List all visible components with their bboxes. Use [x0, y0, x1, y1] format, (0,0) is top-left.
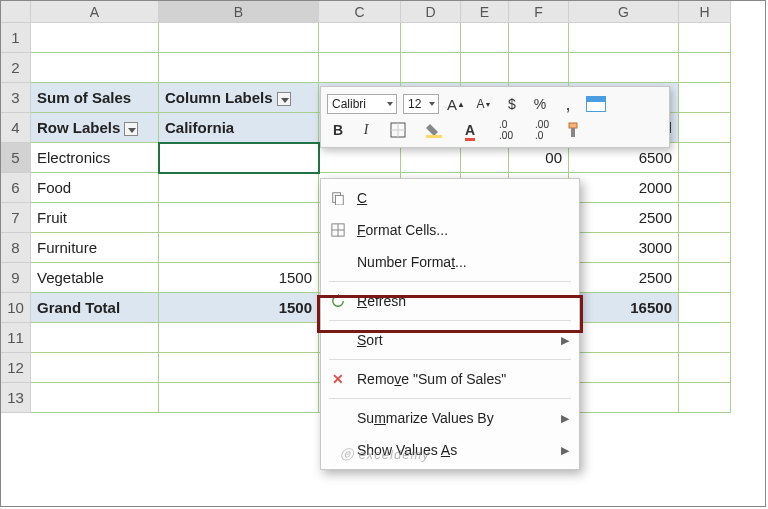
col-header-a[interactable]: A — [31, 1, 159, 23]
ctx-copy[interactable]: C — [321, 182, 579, 214]
context-menu: C Format Cells... Number Format... Refre… — [320, 178, 580, 470]
remove-icon: ✕ — [329, 371, 347, 387]
row-header-1[interactable]: 1 — [1, 23, 31, 53]
pivot-row-fruit[interactable]: Fruit — [31, 203, 159, 233]
ctx-format-cells-label: Format Cells... — [357, 222, 569, 238]
mini-toolbar: Calibri 12 A▲ A▼ $ % , B I A .0.00 .00.0 — [320, 86, 670, 148]
svg-rect-7 — [335, 195, 343, 205]
pivot-col-california[interactable]: California — [159, 113, 319, 143]
col-header-h[interactable]: H — [679, 1, 731, 23]
format-painter-icon[interactable] — [563, 119, 585, 141]
ctx-sort-label: Sort — [357, 332, 551, 348]
ctx-separator — [329, 359, 571, 360]
svg-rect-4 — [569, 123, 577, 128]
ctx-number-format-label: Number Format... — [357, 254, 569, 270]
cell-g10[interactable]: 16500 — [569, 293, 679, 323]
row-header-8[interactable]: 8 — [1, 233, 31, 263]
pivot-row-vegetable[interactable]: Vegetable — [31, 263, 159, 293]
row-header-2[interactable]: 2 — [1, 53, 31, 83]
accounting-format-icon[interactable]: $ — [501, 93, 523, 115]
ctx-summarize[interactable]: Summarize Values By ▶ — [321, 402, 579, 434]
row-header-5[interactable]: 5 — [1, 143, 31, 173]
svg-rect-5 — [571, 128, 575, 137]
pivot-column-labels[interactable]: Column Labels — [159, 83, 319, 113]
col-header-f[interactable]: F — [509, 1, 569, 23]
decrease-decimal-icon[interactable]: .00.0 — [527, 119, 557, 141]
svg-rect-3 — [426, 135, 442, 138]
bold-icon[interactable]: B — [327, 119, 349, 141]
pivot-grand-total-row[interactable]: Grand Total — [31, 293, 159, 323]
ctx-number-format[interactable]: Number Format... — [321, 246, 579, 278]
ctx-format-cells[interactable]: Format Cells... — [321, 214, 579, 246]
row-header-12[interactable]: 12 — [1, 353, 31, 383]
ctx-separator — [329, 320, 571, 321]
watermark: ⓔ exceldemy — [340, 446, 430, 464]
col-header-d[interactable]: D — [401, 1, 461, 23]
format-as-table-icon[interactable] — [585, 93, 607, 115]
chevron-right-icon: ▶ — [561, 444, 569, 457]
cell-g8[interactable]: 3000 — [569, 233, 679, 263]
row-header-10[interactable]: 10 — [1, 293, 31, 323]
font-name-select[interactable]: Calibri — [327, 94, 397, 114]
row-header-13[interactable]: 13 — [1, 383, 31, 413]
ctx-remove-label: Remove "Sum of Sales" — [357, 371, 569, 387]
chevron-right-icon: ▶ — [561, 334, 569, 347]
ctx-refresh-label: Refresh — [357, 293, 569, 309]
ctx-separator — [329, 281, 571, 282]
column-labels-dropdown-icon[interactable] — [277, 92, 291, 106]
decrease-font-icon[interactable]: A▼ — [473, 93, 495, 115]
col-header-e[interactable]: E — [461, 1, 509, 23]
col-header-c[interactable]: C — [319, 1, 401, 23]
select-all-corner[interactable] — [1, 1, 31, 23]
row-header-11[interactable]: 11 — [1, 323, 31, 353]
italic-icon[interactable]: I — [355, 119, 377, 141]
ctx-separator — [329, 398, 571, 399]
col-header-g[interactable]: G — [569, 1, 679, 23]
cell-g7[interactable]: 2500 — [569, 203, 679, 233]
refresh-icon — [329, 294, 347, 308]
format-cells-icon — [329, 223, 347, 237]
pivot-row-furniture[interactable]: Furniture — [31, 233, 159, 263]
cell-b10[interactable]: 1500 — [159, 293, 319, 323]
cell-g6[interactable]: 2000 — [569, 173, 679, 203]
ctx-remove[interactable]: ✕ Remove "Sum of Sales" — [321, 363, 579, 395]
copy-icon — [329, 191, 347, 205]
borders-icon[interactable] — [383, 119, 413, 141]
row-header-3[interactable]: 3 — [1, 83, 31, 113]
row-labels-dropdown-icon[interactable] — [124, 122, 138, 136]
cell-g9[interactable]: 2500 — [569, 263, 679, 293]
row-header-9[interactable]: 9 — [1, 263, 31, 293]
pivot-row-electronics[interactable]: Electronics — [31, 143, 159, 173]
font-color-icon[interactable]: A — [455, 119, 485, 141]
pivot-sum-label[interactable]: Sum of Sales — [31, 83, 159, 113]
col-header-b[interactable]: B — [159, 1, 319, 23]
pivot-row-food[interactable]: Food — [31, 173, 159, 203]
chevron-right-icon: ▶ — [561, 412, 569, 425]
ctx-summarize-label: Summarize Values By — [357, 410, 551, 426]
increase-decimal-icon[interactable]: .0.00 — [491, 119, 521, 141]
cell-b9[interactable]: 1500 — [159, 263, 319, 293]
percent-format-icon[interactable]: % — [529, 93, 551, 115]
ctx-sort[interactable]: Sort ▶ — [321, 324, 579, 356]
ctx-refresh[interactable]: Refresh — [321, 285, 579, 317]
comma-format-icon[interactable]: , — [557, 93, 579, 115]
row-header-4[interactable]: 4 — [1, 113, 31, 143]
ctx-copy-label: C — [357, 190, 569, 206]
increase-font-icon[interactable]: A▲ — [445, 93, 467, 115]
pivot-row-labels[interactable]: Row Labels — [31, 113, 159, 143]
fill-color-icon[interactable] — [419, 119, 449, 141]
row-header-6[interactable]: 6 — [1, 173, 31, 203]
row-header-7[interactable]: 7 — [1, 203, 31, 233]
active-cell-b5[interactable] — [159, 143, 319, 173]
font-size-select[interactable]: 12 — [403, 94, 439, 114]
